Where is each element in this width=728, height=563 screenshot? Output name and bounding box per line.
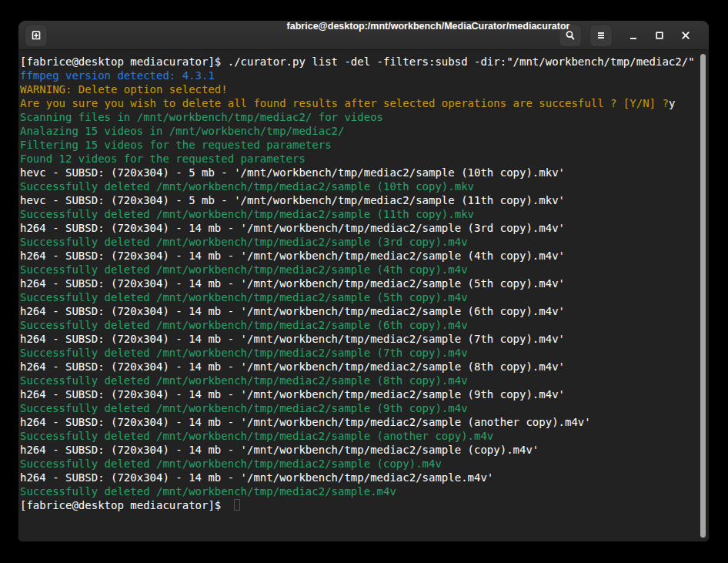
- terminal-text-segment: Successfully deleted /mnt/workbench/tmp/…: [20, 347, 468, 359]
- terminal-line: ffmpeg version detected: 4.3.1: [20, 69, 698, 82]
- terminal-text-segment: h264 - SUBSD: (720x304) - 14 mb - '/mnt/…: [20, 416, 591, 428]
- terminal-text-segment: Successfully deleted /mnt/workbench/tmp/…: [20, 402, 468, 414]
- terminal-line: h264 - SUBSD: (720x304) - 14 mb - '/mnt/…: [20, 360, 698, 374]
- terminal-text-segment: Successfully deleted /mnt/workbench/tmp/…: [20, 291, 468, 303]
- terminal-text-segment: Successfully deleted /mnt/workbench/tmp/…: [20, 263, 468, 276]
- terminal-line: [fabrice@desktop mediacurator]$ ./curato…: [20, 55, 698, 69]
- terminal-line: h264 - SUBSD: (720x304) - 14 mb - '/mnt/…: [20, 443, 698, 457]
- terminal-text-segment: Successfully deleted /mnt/workbench/tmp/…: [20, 236, 468, 248]
- terminal-text-segment: Are you sure you wish to delete all foun…: [20, 97, 669, 109]
- terminal-line: Scanning files in /mnt/workbench/tmp/med…: [20, 110, 698, 124]
- terminal-text-segment: h264 - SUBSD: (720x304) - 14 mb - '/mnt/…: [20, 360, 565, 373]
- terminal-output[interactable]: [fabrice@desktop mediacurator]$ ./curato…: [18, 50, 709, 541]
- terminal-line: Successfully deleted /mnt/workbench/tmp/…: [20, 346, 698, 360]
- terminal-line: Analazing 15 videos in /mnt/workbench/tm…: [20, 124, 698, 138]
- terminal-text-segment: h264 - SUBSD: (720x304) - 14 mb - '/mnt/…: [20, 305, 565, 317]
- terminal-text-segment: Scanning files in /mnt/workbench/tmp/med…: [20, 111, 383, 123]
- terminal-line: Found 12 videos for the requested parame…: [20, 152, 698, 166]
- terminal-text-segment: y: [669, 97, 675, 109]
- minimize-icon: [627, 29, 640, 42]
- terminal-text-segment: hevc - SUBSD: (720x304) - 5 mb - '/mnt/w…: [20, 194, 565, 206]
- terminal-text-segment: WARNING: Delete option selected!: [20, 83, 228, 96]
- search-icon: [564, 29, 576, 42]
- terminal-line: [fabrice@desktop mediacurator]$: [20, 498, 698, 512]
- terminal-text-segment: Analazing 15 videos in /mnt/workbench/tm…: [20, 125, 344, 137]
- terminal-line: Successfully deleted /mnt/workbench/tmp/…: [20, 374, 698, 387]
- headerbar[interactable]: fabrice@desktop:/mnt/workbench/MediaCura…: [18, 21, 709, 50]
- menu-button[interactable]: [589, 24, 613, 47]
- terminal-line: hevc - SUBSD: (720x304) - 5 mb - '/mnt/w…: [20, 166, 698, 179]
- new-tab-button[interactable]: [25, 24, 48, 47]
- terminal-text-segment: h264 - SUBSD: (720x304) - 14 mb - '/mnt/…: [20, 471, 493, 484]
- terminal-text-segment: h264 - SUBSD: (720x304) - 14 mb - '/mnt/…: [20, 277, 565, 290]
- terminal-line: Successfully deleted /mnt/workbench/tmp/…: [20, 401, 698, 415]
- terminal-text-segment: Successfully deleted /mnt/workbench/tmp/…: [20, 457, 442, 470]
- scrollbar-thumb[interactable]: [700, 54, 706, 538]
- close-button[interactable]: [673, 24, 699, 47]
- terminal-text-segment: h264 - SUBSD: (720x304) - 14 mb - '/mnt/…: [20, 444, 539, 456]
- terminal-text-segment: h264 - SUBSD: (720x304) - 14 mb - '/mnt/…: [20, 250, 565, 262]
- terminal-lines: [fabrice@desktop mediacurator]$ ./curato…: [20, 55, 698, 512]
- terminal-line: h264 - SUBSD: (720x304) - 14 mb - '/mnt/…: [20, 471, 698, 484]
- terminal-line: Successfully deleted /mnt/workbench/tmp/…: [20, 290, 698, 304]
- terminal-text-segment: ffmpeg version detected: 4.3.1: [20, 69, 215, 82]
- terminal-line: Successfully deleted /mnt/workbench/tmp/…: [20, 457, 698, 471]
- terminal-line: Successfully deleted /mnt/workbench/tmp/…: [20, 235, 698, 249]
- terminal-line: Successfully deleted /mnt/workbench/tmp/…: [20, 429, 698, 443]
- terminal-text-segment: Successfully deleted /mnt/workbench/tmp/…: [20, 180, 474, 193]
- terminal-text-segment: Successfully deleted /mnt/workbench/tmp/…: [20, 485, 396, 498]
- window-title: fabrice@desktop:/mnt/workbench/MediaCura…: [287, 21, 570, 50]
- terminal-line: hevc - SUBSD: (720x304) - 5 mb - '/mnt/w…: [20, 193, 698, 207]
- terminal-line: Successfully deleted /mnt/workbench/tmp/…: [20, 318, 698, 332]
- terminal-cursor: [234, 499, 240, 511]
- terminal-text-segment: Successfully deleted /mnt/workbench/tmp/…: [20, 374, 468, 387]
- terminal-line: Successfully deleted /mnt/workbench/tmp/…: [20, 263, 698, 276]
- terminal-line: Filtering 15 videos for the requested pa…: [20, 138, 698, 152]
- terminal-text-segment: h264 - SUBSD: (720x304) - 14 mb - '/mnt/…: [20, 333, 565, 345]
- scrollbar[interactable]: [699, 50, 709, 541]
- maximize-button[interactable]: [646, 24, 673, 47]
- terminal-line: Successfully deleted /mnt/workbench/tmp/…: [20, 179, 698, 193]
- terminal-window: fabrice@desktop:/mnt/workbench/MediaCura…: [18, 21, 709, 541]
- terminal-line: h264 - SUBSD: (720x304) - 14 mb - '/mnt/…: [20, 276, 698, 290]
- terminal-line: h264 - SUBSD: (720x304) - 14 mb - '/mnt/…: [20, 249, 698, 263]
- minimize-button[interactable]: [620, 24, 646, 47]
- terminal-line: h264 - SUBSD: (720x304) - 14 mb - '/mnt/…: [20, 415, 698, 429]
- maximize-icon: [653, 29, 666, 42]
- terminal-text-segment: Successfully deleted /mnt/workbench/tmp/…: [20, 319, 468, 331]
- terminal-text-segment: Successfully deleted /mnt/workbench/tmp/…: [20, 430, 493, 442]
- terminal-line: Successfully deleted /mnt/workbench/tmp/…: [20, 207, 698, 221]
- terminal-text-segment: Successfully deleted /mnt/workbench/tmp/…: [20, 208, 474, 220]
- terminal-text-segment: h264 - SUBSD: (720x304) - 14 mb - '/mnt/…: [20, 388, 565, 400]
- terminal-text-segment: hevc - SUBSD: (720x304) - 5 mb - '/mnt/w…: [20, 166, 565, 179]
- terminal-line: h264 - SUBSD: (720x304) - 14 mb - '/mnt/…: [20, 304, 698, 318]
- terminal-text-segment: Found 12 videos for the requested parame…: [20, 152, 306, 165]
- terminal-line: Successfully deleted /mnt/workbench/tmp/…: [20, 484, 698, 498]
- terminal-text-segment: [fabrice@desktop mediacurator]$: [20, 499, 228, 511]
- terminal-text-segment: [fabrice@desktop mediacurator]$ ./curato…: [20, 55, 695, 68]
- hamburger-menu-icon: [596, 30, 606, 41]
- search-button[interactable]: [559, 24, 582, 47]
- terminal-text-segment: Filtering 15 videos for the requested pa…: [20, 139, 332, 151]
- terminal-line: h264 - SUBSD: (720x304) - 14 mb - '/mnt/…: [20, 221, 698, 235]
- close-icon: [680, 29, 692, 42]
- new-tab-icon: [30, 29, 42, 42]
- terminal-line: h264 - SUBSD: (720x304) - 14 mb - '/mnt/…: [20, 387, 698, 401]
- terminal-text-segment: h264 - SUBSD: (720x304) - 14 mb - '/mnt/…: [20, 222, 565, 234]
- terminal-line: h264 - SUBSD: (720x304) - 14 mb - '/mnt/…: [20, 332, 698, 346]
- terminal-line: WARNING: Delete option selected!: [20, 82, 698, 96]
- terminal-line: Are you sure you wish to delete all foun…: [20, 96, 698, 110]
